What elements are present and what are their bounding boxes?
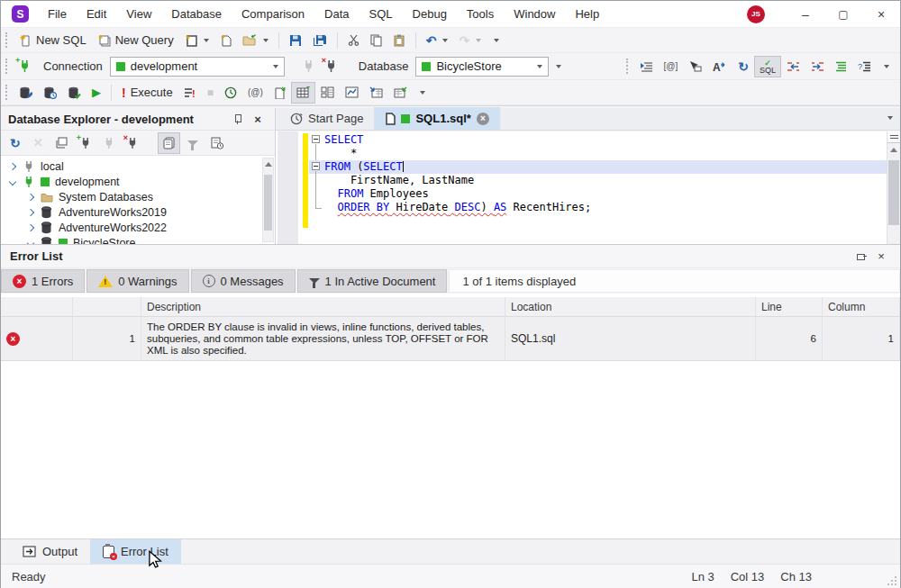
col-location[interactable]: Location	[505, 297, 756, 316]
menu-item-window[interactable]: Window	[504, 1, 565, 27]
close-panel-icon[interactable]: ×	[871, 248, 891, 266]
uppercase-button[interactable]: A	[707, 56, 733, 77]
menu-item-database[interactable]: Database	[161, 1, 232, 27]
toolbar-grip[interactable]	[626, 59, 628, 74]
menu-item-tools[interactable]: Tools	[457, 1, 504, 27]
paste-button[interactable]	[387, 30, 411, 51]
format-options-button[interactable]: ?	[852, 56, 877, 77]
col-description[interactable]: Description	[141, 297, 505, 316]
chevron-right-icon[interactable]	[9, 162, 16, 169]
maximize-button[interactable]: ▢	[824, 1, 862, 27]
menu-item-comparison[interactable]: Comparison	[232, 1, 314, 27]
explorer-disconnect-button[interactable]: ×	[122, 132, 143, 154]
fold-collapse-icon[interactable]	[309, 133, 324, 147]
export-data-button[interactable]	[388, 82, 413, 104]
new-document-button[interactable]	[179, 30, 214, 51]
toolbar-grip[interactable]	[5, 59, 7, 74]
format-overflow-button[interactable]	[877, 56, 895, 77]
tab-start-page[interactable]: Start Page	[279, 107, 374, 130]
code-line[interactable]: FROM Employees	[309, 187, 887, 201]
query-history-button[interactable]	[219, 82, 242, 104]
execute-overflow-button[interactable]	[413, 82, 431, 104]
code-line[interactable]: ORDER BY HireDate DESC) AS RecentHires;	[309, 201, 887, 214]
results-grid-button[interactable]	[291, 82, 315, 104]
explorer-refresh-button[interactable]: ↻	[5, 132, 26, 154]
new-sql-button[interactable]: New SQL	[14, 30, 92, 51]
minimize-button[interactable]: –	[787, 1, 824, 27]
chart-button[interactable]	[340, 82, 364, 104]
refresh-code-button[interactable]: ↻	[733, 56, 754, 77]
explorer-duplicate-button[interactable]	[50, 132, 73, 154]
undo-button[interactable]: ↶	[421, 30, 454, 51]
splitter-handle[interactable]	[887, 131, 900, 143]
go-to-line-button[interactable]	[634, 56, 659, 77]
explorer-new-connection-button[interactable]: +	[75, 132, 96, 154]
col-number[interactable]	[73, 297, 141, 316]
connection-overflow-button[interactable]	[549, 56, 567, 77]
chevron-down-icon[interactable]	[9, 177, 16, 185]
code-line[interactable]: SELECT	[309, 133, 887, 147]
col-icon[interactable]	[1, 297, 73, 316]
editor-scrollbar[interactable]	[887, 131, 900, 244]
close-tab-icon[interactable]: ×	[477, 113, 489, 125]
code-line[interactable]: *	[309, 147, 887, 160]
database-select[interactable]: BicycleStore	[415, 57, 549, 77]
tab-error-list[interactable]: × Error List	[90, 539, 181, 564]
scrollbar-thumb[interactable]	[888, 160, 899, 225]
code-line[interactable]: FirstName, LastName	[309, 174, 887, 187]
tab-sql1[interactable]: SQL1.sql* ×	[374, 107, 499, 130]
close-panel-icon[interactable]: ×	[248, 110, 268, 128]
explorer-history-button[interactable]	[205, 132, 229, 154]
col-line[interactable]: Line	[756, 297, 823, 316]
copy-button[interactable]	[365, 30, 387, 51]
scroll-up-icon[interactable]	[887, 143, 900, 156]
tree-item-bicyclestore[interactable]: BicycleStore	[1, 235, 275, 244]
indent-button[interactable]	[805, 56, 830, 77]
execute-script-button[interactable]: !	[178, 82, 202, 104]
execute-button[interactable]: !Execute	[116, 82, 178, 104]
explorer-delete-button[interactable]: ✕	[28, 132, 49, 154]
menu-item-debug[interactable]: Debug	[403, 1, 457, 27]
chevron-right-icon[interactable]	[27, 223, 34, 231]
menu-item-data[interactable]: Data	[314, 1, 359, 27]
resize-grip[interactable]	[887, 576, 896, 585]
redo-button[interactable]: ↷	[453, 30, 487, 51]
error-row[interactable]: × 1 The ORDER BY clause is invalid in vi…	[1, 317, 900, 361]
parameters-button[interactable]: [@]	[659, 56, 684, 77]
import-data-button[interactable]	[364, 82, 388, 104]
format-document-button[interactable]	[830, 56, 852, 77]
rename-button[interactable]	[683, 56, 707, 77]
open-file-button[interactable]	[237, 30, 274, 51]
scroll-up-icon[interactable]	[263, 158, 273, 170]
tab-output[interactable]: Output	[10, 539, 90, 564]
chevron-down-icon[interactable]	[887, 116, 893, 120]
scrollbar-thumb[interactable]	[264, 175, 272, 231]
messages-filter-button[interactable]: i 0 Messages	[191, 269, 296, 293]
chevron-right-icon[interactable]	[27, 208, 34, 215]
tree-item-system-databases[interactable]: System Databases	[1, 189, 275, 204]
explorer-filter-button[interactable]	[182, 132, 204, 154]
connection-select[interactable]: development	[110, 57, 285, 77]
chevron-right-icon[interactable]	[27, 193, 34, 200]
attach-script-button[interactable]	[268, 82, 291, 104]
layout-button[interactable]	[315, 82, 340, 104]
menu-item-help[interactable]: Help	[565, 1, 609, 27]
save-button[interactable]	[284, 30, 307, 51]
explorer-documents-view-button[interactable]	[158, 132, 180, 154]
check-database-button[interactable]	[62, 82, 86, 104]
new-query-button[interactable]: New Query	[92, 30, 179, 51]
tree-item-development[interactable]: development	[1, 174, 275, 189]
pin-icon[interactable]	[228, 110, 248, 128]
connect-button[interactable]	[297, 56, 320, 77]
menu-item-edit[interactable]: Edit	[77, 1, 116, 27]
menu-item-sql[interactable]: SQL	[359, 1, 403, 27]
cut-button[interactable]	[342, 30, 365, 51]
disconnect-button[interactable]: ×	[320, 56, 342, 77]
code-editor[interactable]: SELECT *FROM (SELECT FirstName, LastName…	[276, 131, 900, 244]
active-document-filter-button[interactable]: 1 In Active Document	[297, 269, 448, 293]
menu-item-file[interactable]: File	[38, 1, 77, 27]
toolbar-grip[interactable]	[5, 32, 7, 48]
run-button[interactable]: ▶	[86, 82, 106, 104]
close-button[interactable]: ×	[862, 1, 900, 27]
explorer-scrollbar[interactable]	[262, 158, 274, 242]
